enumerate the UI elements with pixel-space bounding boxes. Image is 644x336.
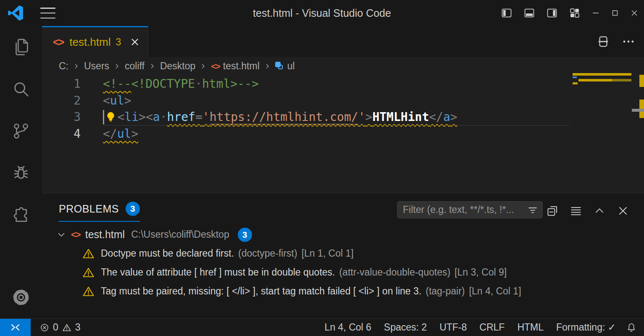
problems-count-badge: 3	[126, 202, 140, 216]
explorer-icon[interactable]	[0, 26, 42, 68]
tab-problems[interactable]: PROBLEMS 3	[59, 202, 140, 222]
warning-count: 3	[75, 322, 81, 333]
remote-indicator[interactable]	[0, 319, 31, 336]
extensions-icon[interactable]	[0, 194, 42, 236]
breadcrumb-item-ul[interactable]: ul	[275, 60, 295, 72]
breadcrumb-item-coliff[interactable]: coliff	[125, 60, 145, 72]
vscode-logo-icon	[8, 5, 24, 21]
source-control-icon[interactable]	[0, 110, 42, 152]
overview-ruler	[639, 75, 644, 193]
breadcrumb-item-c-[interactable]: C:	[59, 60, 68, 72]
problems-filter	[397, 201, 543, 218]
lightbulb-icon[interactable]	[106, 111, 116, 123]
tab-test-html[interactable]: <> test.html 3	[42, 26, 148, 57]
code-token: <!--	[103, 77, 131, 91]
toggle-secondary-sidebar-icon[interactable]	[541, 0, 563, 26]
settings-gear-icon[interactable]	[0, 276, 42, 318]
problems-file-group[interactable]: <> test.html C:\Users\coliff\Desktop 3	[42, 225, 644, 244]
code-token: >	[139, 110, 146, 124]
problem-message: The value of attribute [ href ] must be …	[101, 267, 335, 278]
breadcrumb-item-desktop[interactable]: Desktop	[160, 60, 195, 72]
code-line-3[interactable]: 3<li><a·href='https://htmlhint.com/'>HTM…	[42, 109, 644, 126]
activity-bar	[0, 26, 42, 318]
code-token: <	[146, 110, 153, 124]
problem-location: [Ln 1, Col 1]	[302, 248, 354, 259]
current-line-border	[103, 125, 570, 126]
toggle-panel-icon[interactable]	[518, 0, 541, 26]
code-token: ul	[117, 127, 131, 141]
toggle-primary-sidebar-icon[interactable]	[495, 0, 518, 26]
problem-row-3[interactable]: Tag must be paired, missing: [ </li> ], …	[42, 282, 644, 301]
filter-icon[interactable]	[526, 204, 539, 216]
breadcrumb-label: Desktop	[160, 60, 195, 72]
menu-hamburger-icon[interactable]	[40, 8, 55, 18]
code-token: ·	[195, 77, 202, 91]
code-token: li	[124, 110, 139, 124]
status-line-col[interactable]: Ln 4, Col 6	[318, 319, 378, 336]
problems-summary[interactable]: 0 3	[33, 319, 87, 336]
tab-label: test.html	[69, 36, 110, 49]
code-token: <	[103, 94, 110, 108]
maximize-panel-icon[interactable]	[591, 202, 608, 219]
code-token: '	[358, 110, 365, 124]
code-line-2[interactable]: 2<ul>	[42, 92, 644, 109]
tab-bar: <> test.html 3	[42, 26, 644, 57]
code-token: HTMLHint	[372, 110, 429, 124]
customize-layout-icon[interactable]	[563, 0, 586, 26]
code-editor[interactable]: 1<!--<!DOCTYPE·html>-->2<ul>3<li><a·href…	[42, 76, 644, 193]
status-label: HTML	[517, 322, 544, 333]
tab-close-icon[interactable]	[129, 36, 141, 48]
code-token: >	[124, 94, 131, 108]
minimize-button[interactable]	[586, 0, 605, 26]
code-token: a	[153, 110, 160, 124]
status-indentation[interactable]: Spaces: 2	[378, 319, 433, 336]
breadcrumb-item-users[interactable]: Users	[84, 60, 109, 72]
more-actions-icon[interactable]	[621, 34, 636, 49]
line-number: 4	[42, 127, 81, 141]
status-label: Formatting: ✓	[556, 322, 616, 333]
chevron-down-icon[interactable]	[56, 229, 67, 240]
breadcrumb-separator-icon	[264, 63, 271, 70]
maximize-button[interactable]	[605, 0, 625, 26]
breadcrumb-item-test-html[interactable]: <>test.html	[211, 60, 259, 72]
scrollbar-thumb[interactable]	[632, 109, 644, 112]
breadcrumb-separator-icon	[73, 63, 80, 70]
line-number: 2	[42, 94, 81, 108]
problems-tab-label: PROBLEMS	[59, 203, 119, 215]
code-token: ·	[160, 110, 167, 124]
minimap[interactable]	[573, 73, 632, 84]
code-token: >	[131, 127, 138, 141]
status-bar: 0 3 Ln 4, Col 6Spaces: 2UTF-8CRLFHTMLFor…	[0, 318, 644, 336]
problem-location: [Ln 3, Col 9]	[455, 267, 507, 278]
status-label: UTF-8	[439, 322, 467, 333]
status-eol[interactable]: CRLF	[473, 319, 511, 336]
code-line-1[interactable]: 1<!--<!DOCTYPE·html>-->	[42, 76, 644, 92]
status-label: Spaces: 2	[384, 322, 427, 333]
breadcrumb-separator-icon	[200, 63, 207, 70]
status-language[interactable]: HTML	[511, 319, 550, 336]
code-line-4[interactable]: 4</ul>	[42, 126, 644, 142]
run-and-debug-icon[interactable]	[0, 152, 42, 194]
view-as-table-icon[interactable]	[568, 202, 584, 219]
close-window-button[interactable]	[625, 0, 644, 26]
status-formatting[interactable]: Formatting: ✓	[550, 319, 622, 336]
notifications-bell-icon[interactable]	[622, 319, 641, 336]
status-encoding[interactable]: UTF-8	[433, 319, 473, 336]
code-token: html>-->	[202, 77, 259, 91]
error-icon	[39, 323, 50, 333]
html-file-icon: <>	[71, 229, 80, 240]
problem-rule: (attr-value-double-quotes)	[339, 267, 450, 278]
problem-rule: (doctype-first)	[238, 248, 297, 259]
problems-file-path: C:\Users\coliff\Desktop	[131, 229, 229, 240]
collapse-all-icon[interactable]	[544, 202, 561, 219]
problem-row-2[interactable]: The value of attribute [ href ] must be …	[42, 263, 644, 282]
split-editor-icon[interactable]	[596, 34, 610, 49]
status-label: Ln 4, Col 6	[325, 322, 371, 333]
line-number: 1	[42, 77, 81, 91]
problems-filter-input[interactable]	[397, 204, 526, 215]
breadcrumb-label: C:	[59, 60, 68, 72]
breadcrumb-separator-icon	[149, 63, 156, 70]
close-panel-icon[interactable]	[615, 202, 631, 219]
problem-row-1[interactable]: Doctype must be declared first.(doctype-…	[42, 244, 644, 263]
search-icon[interactable]	[0, 68, 42, 110]
